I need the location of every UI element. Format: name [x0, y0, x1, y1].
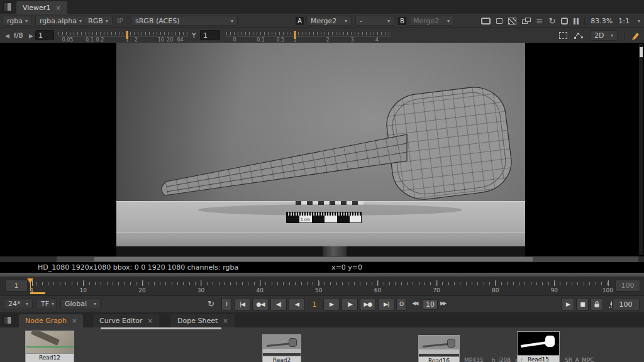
fps-dropdown[interactable]: 24* ▾ — [4, 299, 33, 309]
tab-node-graph[interactable]: Node Graph × — [19, 314, 83, 327]
gain-next-arrow[interactable]: ▶ — [29, 33, 33, 39]
tracker-points-icon[interactable] — [574, 31, 584, 40]
format-info: HD_1080 1920x1080 bbox: 0 0 1920 1080 ch… — [38, 263, 238, 272]
increment-button[interactable]: ▶▶ — [440, 300, 445, 306]
node-read16[interactable]: Read16 — [418, 335, 460, 362]
pixel-ratio-dropdown[interactable]: 1:1 — [618, 17, 630, 25]
close-icon[interactable]: × — [148, 317, 153, 324]
roi-icon[interactable] — [561, 18, 568, 25]
lock-range-button[interactable] — [591, 298, 603, 310]
current-frame-field[interactable]: 1 — [306, 298, 323, 310]
lock-icon — [593, 300, 601, 308]
viewer-canvas[interactable]: 1 cm — [0, 43, 644, 256]
viewer-tab-label: Viewer1 — [23, 4, 50, 12]
flipbook-button[interactable]: ▶ — [562, 298, 574, 310]
colorspace-dropdown[interactable]: sRGB (ACES) ▾ — [131, 16, 238, 26]
viewer-display-icons: ≡ ↻ 83.3% 1:1 ▾ — [481, 14, 640, 28]
out-point-button[interactable]: O — [396, 298, 406, 310]
monitor-output-icon[interactable] — [481, 18, 491, 25]
annotate-pencil-icon[interactable] — [631, 31, 640, 40]
timeline-ruler[interactable]: 1 10 20 30 40 50 60 70 80 90 100 — [30, 277, 613, 295]
timeline-end-frame[interactable]: 100 — [615, 280, 640, 292]
viewer-toolbar: rgba ▾ rgba.alpha ▾ RGB ▾ IP sRGB (ACES)… — [0, 14, 644, 27]
node-read15[interactable]: Read15 — [517, 331, 560, 362]
wipe-mode-dropdown[interactable]: - ▾ — [355, 16, 394, 26]
in-point-button[interactable]: I — [221, 298, 231, 310]
go-to-end-button[interactable]: ▶| — [378, 298, 394, 310]
timeline-start-frame[interactable]: 1 — [5, 280, 28, 292]
playback-loop-icon[interactable]: ↻ — [208, 299, 214, 309]
horizontal-scrollbar[interactable] — [0, 256, 644, 262]
previous-keyframe-button[interactable]: ●◀ — [252, 298, 269, 310]
play-forward-button[interactable]: ▶ — [323, 298, 340, 310]
float-window-icon[interactable] — [522, 18, 531, 25]
clipped-filename-text: h_i208_ x.f — [492, 357, 523, 362]
chevron-down-icon: ▾ — [447, 18, 450, 24]
bottom-panel-tab-bar: Node Graph × Curve Editor × Dope Sheet × — [0, 312, 644, 327]
tab-curve-editor[interactable]: Curve Editor × — [93, 314, 159, 327]
pause-icon[interactable] — [574, 18, 579, 25]
vertical-scrollbar[interactable] — [639, 44, 643, 255]
horizontal-scrollbar-thumb[interactable] — [94, 257, 533, 261]
viewer-mode-icons: 2D ▾ — [559, 28, 640, 43]
next-keyframe-button[interactable]: ▶● — [360, 298, 376, 310]
playback-range-end-field[interactable]: 100 — [612, 298, 640, 310]
gain-slider[interactable]: 0.05 0.1 0.2 1 2 10 20 64 — [58, 31, 188, 41]
view-mode-dropdown[interactable]: 2D ▾ — [590, 30, 618, 41]
close-icon[interactable]: × — [72, 317, 77, 324]
tab-dope-sheet[interactable]: Dope Sheet × — [171, 314, 235, 327]
clipped-filename-text: MP435 — [464, 357, 483, 362]
play-backward-button[interactable]: ◀ — [289, 298, 305, 310]
panel-menu-icon[interactable] — [3, 3, 12, 11]
vertical-scrollbar-thumb[interactable] — [640, 47, 643, 57]
pixel-coordinates: x=0 y=0 — [331, 263, 362, 272]
zoom-level-dropdown[interactable]: 83.3% — [591, 17, 613, 25]
node-graph-panel[interactable]: Read12 IMG_4799.JPG Read2 Read16 — [0, 327, 644, 362]
small-monitor-icon[interactable] — [496, 18, 502, 24]
node-thumbnail — [419, 336, 459, 357]
chevron-down-icon: ▾ — [638, 18, 640, 24]
node-read12[interactable]: Read12 IMG_4799.JPG — [25, 331, 74, 362]
a-input-dropdown[interactable]: Merge2 ▾ — [306, 16, 352, 26]
gamma-label: Y — [192, 31, 196, 40]
render-button[interactable]: ■ — [576, 298, 589, 310]
refresh-icon[interactable]: ↻ — [548, 17, 555, 25]
tab-viewer1[interactable]: Viewer1 × — [16, 1, 67, 14]
gamma-slider[interactable]: 0 0.1 0.5 1 2 3 4 — [226, 31, 390, 41]
input-process-toggle[interactable]: IP — [117, 17, 123, 25]
chevron-down-icon: ▾ — [52, 301, 54, 307]
tf-dropdown[interactable]: TF ▾ — [36, 299, 57, 309]
go-to-start-button[interactable]: |◀ — [234, 298, 250, 310]
fstop-label: f/8 — [14, 31, 23, 40]
gain-prev-arrow[interactable]: ◀ — [5, 33, 9, 39]
node-read2[interactable]: Read2 — [262, 334, 301, 362]
mallet-wireframe — [116, 43, 525, 256]
channels-dropdown[interactable]: RGB ▾ — [84, 16, 113, 26]
gamma-input[interactable]: 1 — [200, 30, 220, 40]
step-forward-button[interactable]: |▶ — [341, 298, 358, 310]
frame-range-dropdown[interactable]: Global ▾ — [60, 299, 101, 309]
panel-menu-icon[interactable] — [3, 316, 12, 324]
wipe-icon[interactable] — [508, 18, 516, 25]
playhead-marker[interactable] — [27, 278, 33, 283]
gamma-slider-handle[interactable] — [294, 31, 296, 39]
layer-dropdown[interactable]: rgba ▾ — [3, 16, 32, 26]
stack-layers-icon[interactable]: ≡ — [536, 17, 543, 25]
separator — [624, 31, 625, 40]
chevron-down-icon: ▾ — [387, 18, 390, 24]
gain-input[interactable]: 1 — [35, 30, 54, 40]
gain-slider-handle[interactable] — [126, 31, 128, 39]
close-icon[interactable]: × — [55, 4, 60, 11]
chevron-down-icon: ▾ — [25, 18, 28, 24]
frame-increment-field[interactable]: 10 — [423, 299, 438, 310]
marquee-select-icon[interactable] — [559, 32, 567, 39]
chevron-down-icon: ▾ — [79, 18, 82, 24]
alpha-dropdown[interactable]: rgba.alpha ▾ — [35, 16, 86, 26]
step-back-button[interactable]: ◀| — [270, 298, 287, 310]
status-bar: HD_1080 1920x1080 bbox: 0 0 1920 1080 ch… — [0, 262, 644, 273]
decrement-button[interactable]: ◀◀ — [412, 300, 417, 306]
b-input-dropdown[interactable]: Merge2 ▾ — [409, 16, 454, 26]
timeline[interactable]: 1 1 10 20 30 40 50 60 70 80 90 100 100 — [0, 277, 644, 295]
exposure-toolbar: ◀ f/8 ▶ 1 0.05 0.1 0.2 1 2 10 20 64 Y 1 … — [0, 27, 644, 43]
close-icon[interactable]: × — [223, 317, 228, 324]
